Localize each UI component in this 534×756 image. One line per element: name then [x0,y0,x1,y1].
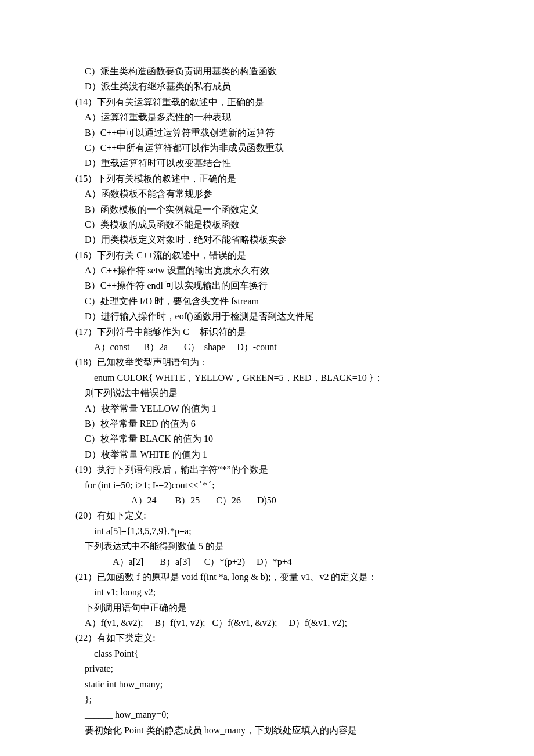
text-line: }; [75,692,459,707]
text-line: D）派生类没有继承基类的私有成员 [75,79,459,94]
text-line: D）进行输入操作时，eof()函数用于检测是否到达文件尾 [75,309,459,324]
text-line: A）运算符重载是多态性的一种表现 [75,110,459,125]
text-line: C）处理文件 I/O 时，要包含头文件 fstream [75,294,459,309]
text-line: int a[5]={1,3,5,7,9},*p=a; [75,524,459,539]
text-line: private; [75,661,459,676]
text-line: C）枚举常量 BLACK 的值为 10 [75,431,459,447]
text-line: (15）下列有关模板的叙述中，正确的是 [75,171,459,186]
text-line: A）24 B）25 C）26 D)50 [75,493,459,508]
text-line: C）C++中所有运算符都可以作为非成员函数重载 [75,141,459,156]
text-line: A）const B）2a C）_shape D）-count [75,340,459,355]
text-line: enum COLOR{ WHITE，YELLOW，GREEN=5，RED，BLA… [75,370,459,386]
document-page: C）派生类构造函数要负责调用基类的构造函数D）派生类没有继承基类的私有成员(14… [0,0,534,756]
text-line: 下列表达式中不能得到数值 5 的是 [75,539,459,554]
text-line: B）C++中可以通过运算符重载创造新的运算符 [75,125,459,141]
text-line: 要初始化 Point 类的静态成员 how_many，下划线处应填入的内容是 [75,723,459,738]
text-line: (16）下列有关 C++流的叙述中，错误的是 [75,248,459,263]
text-line: 则下列说法中错误的是 [75,386,459,401]
text-line: static int how_many; [75,677,459,692]
text-line: 下列调用语句中正确的是 [75,600,459,615]
text-line: (22）有如下类定义: [75,631,459,646]
text-line: B）C++操作符 endl 可以实现输出的回车换行 [75,278,459,293]
text-line: B）枚举常量 RED 的值为 6 [75,416,459,431]
text-line: (17）下列符号中能够作为 C++标识符的是 [75,325,459,340]
text-line: A）a[2] B）a[3] C）*(p+2) D）*p+4 [75,555,459,570]
document-content: C）派生类构造函数要负责调用基类的构造函数D）派生类没有继承基类的私有成员(14… [75,64,459,738]
text-line: (19）执行下列语句段后，输出字符“*”的个数是 [75,462,459,477]
text-line: (21）已知函数 f 的原型是 void f(int *a, long & b)… [75,570,459,585]
text-line: B）函数模板的一个实例就是一个函数定义 [75,202,459,217]
text-line: for (int i=50; i>1; I-=2)cout<<ˊ*ˊ; [75,478,459,493]
text-line: (20）有如下定义: [75,508,459,523]
text-line: A）C++操作符 setw 设置的输出宽度永久有效 [75,263,459,278]
text-line: int v1; loong v2; [75,585,459,600]
text-line: D）重载运算符时可以改变基结合性 [75,156,459,171]
text-line: A）f(v1, &v2); B）f(v1, v2); C）f(&v1, &v2)… [75,615,459,631]
text-line: C）派生类构造函数要负责调用基类的构造函数 [75,64,459,79]
text-line: (18）已知枚举类型声明语句为： [75,355,459,370]
text-line: ______ how_many=0; [75,707,459,722]
text-line: A）枚举常量 YELLOW 的值为 1 [75,401,459,416]
text-line: (14）下列有关运算符重载的叙述中，正确的是 [75,95,459,110]
text-line: class Point{ [75,646,459,661]
text-line: D）用类模板定义对象时，绝对不能省略模板实参 [75,232,459,247]
text-line: A）函数模板不能含有常规形参 [75,186,459,201]
text-line: D）枚举常量 WHITE 的值为 1 [75,447,459,462]
text-line: C）类模板的成员函数不能是模板函数 [75,217,459,232]
